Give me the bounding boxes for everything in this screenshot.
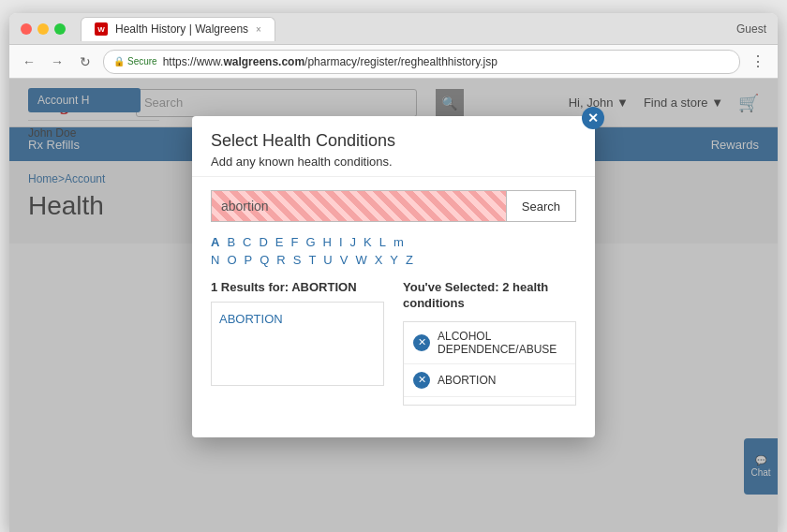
selected-item-0: ✕ ALCOHOL DEPENDENCE/ABUSE (404, 322, 575, 364)
forward-button[interactable]: → (47, 52, 67, 72)
selected-title: You've Selected: 2 health conditions (403, 280, 576, 312)
traffic-lights (21, 23, 66, 35)
url-display: https://www.walgreens.com/pharmacy/regis… (163, 55, 497, 68)
selected-item-1: ✕ ABORTION (404, 364, 575, 397)
results-count: 1 Results for: ABORTION (211, 280, 384, 294)
browser-tab[interactable]: W Health History | Walgreens × (81, 17, 275, 41)
alphabet-row-2: N O P Q R S T U V W X Y Z (211, 253, 576, 267)
traffic-light-red[interactable] (21, 23, 32, 35)
modal-body: Search A B C D E F G H I J K (192, 177, 595, 419)
remove-alcohol-button[interactable]: ✕ (413, 334, 430, 351)
secure-icon: 🔒 Secure (113, 56, 157, 66)
results-section: 1 Results for: ABORTION ABORTION You've … (211, 280, 576, 406)
search-button[interactable]: Search (506, 190, 576, 222)
address-bar: ← → ↻ 🔒 Secure https://www.walgreens.com… (9, 45, 778, 79)
alpha-link-P[interactable]: P (245, 253, 253, 267)
alpha-link-T[interactable]: T (308, 253, 316, 267)
search-row: Search (211, 190, 576, 222)
tab-bar: W Health History | Walgreens × (81, 17, 736, 41)
alpha-link-I[interactable]: I (339, 235, 343, 249)
alpha-link-W[interactable]: W (355, 253, 366, 267)
results-list: ABORTION (211, 302, 384, 386)
alpha-link-V[interactable]: V (340, 253, 349, 267)
alpha-link-E[interactable]: E (275, 235, 284, 249)
alphabet-row-1: A B C D E F G H I J K L m (211, 235, 576, 249)
tab-title: Health History | Walgreens (115, 22, 248, 36)
alpha-link-B[interactable]: B (227, 235, 235, 249)
health-conditions-modal: ✕ Select Health Conditions Add any known… (192, 116, 595, 437)
alpha-link-D[interactable]: D (259, 235, 267, 249)
more-options-button[interactable]: ⋮ (748, 52, 768, 72)
tab-close-icon[interactable]: × (256, 24, 261, 35)
alpha-link-C[interactable]: C (243, 235, 251, 249)
alpha-link-R[interactable]: R (276, 253, 285, 267)
remove-abortion-button[interactable]: ✕ (413, 372, 430, 389)
alpha-link-H[interactable]: H (323, 235, 332, 249)
alpha-link-F[interactable]: F (291, 235, 299, 249)
alpha-link-K[interactable]: K (364, 235, 372, 249)
selected-label-1: ABORTION (438, 374, 496, 387)
alpha-link-G[interactable]: G (305, 235, 315, 249)
modal-header: Select Health Conditions Add any known h… (192, 116, 595, 177)
modal-overlay: ✕ Select Health Conditions Add any known… (9, 79, 778, 532)
alpha-link-Z[interactable]: Z (406, 253, 413, 267)
alpha-link-Y[interactable]: Y (390, 253, 398, 267)
alpha-link-X[interactable]: X (375, 253, 383, 267)
traffic-light-yellow[interactable] (37, 23, 49, 35)
alpha-link-J[interactable]: J (350, 235, 357, 249)
tab-favicon: W (95, 22, 108, 36)
browser-titlebar: W Health History | Walgreens × Guest (9, 13, 778, 45)
modal-title: Select Health Conditions (211, 131, 576, 151)
alpha-link-N[interactable]: N (211, 253, 219, 267)
modal-subtitle: Add any known health conditions. (211, 155, 576, 169)
alpha-link-L[interactable]: L (379, 235, 386, 249)
reload-button[interactable]: ↻ (75, 52, 96, 72)
selected-label-0: ALCOHOL DEPENDENCE/ABUSE (438, 330, 566, 356)
alpha-link-Q[interactable]: Q (260, 253, 269, 267)
alpha-link-m[interactable]: m (394, 235, 404, 249)
condition-search-input[interactable] (211, 190, 506, 222)
alpha-link-O[interactable]: O (227, 253, 236, 267)
alpha-link-U[interactable]: U (323, 253, 332, 267)
alpha-link-S[interactable]: S (293, 253, 302, 267)
guest-label: Guest (736, 22, 766, 36)
results-right: You've Selected: 2 health conditions ✕ A… (403, 280, 576, 406)
result-item[interactable]: ABORTION (219, 310, 376, 328)
selected-list: ✕ ALCOHOL DEPENDENCE/ABUSE ✕ ABORTION (403, 321, 576, 406)
url-bar[interactable]: 🔒 Secure https://www.walgreens.com/pharm… (103, 50, 740, 74)
modal-close-button[interactable]: ✕ (582, 107, 604, 129)
browser-window: W Health History | Walgreens × Guest ← →… (9, 13, 778, 532)
traffic-light-green[interactable] (54, 23, 66, 35)
close-icon: ✕ (587, 111, 599, 126)
results-left: 1 Results for: ABORTION ABORTION (211, 280, 384, 406)
back-button[interactable]: ← (19, 52, 39, 72)
alpha-link-A[interactable]: A (211, 235, 219, 249)
site-content: Walgreens Search 🔍 Hi, John ▼ Find a sto… (9, 79, 778, 532)
url-path: /pharmacy/register/reghealthhistory.jsp (304, 55, 497, 68)
